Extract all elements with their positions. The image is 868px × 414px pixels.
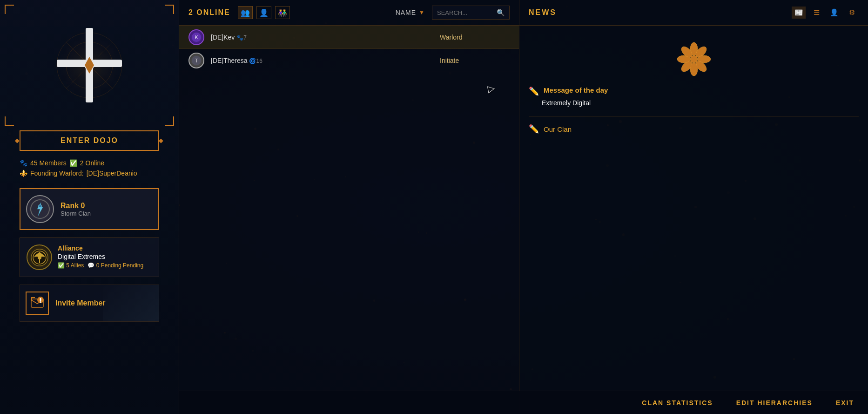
invite-label: Invite Member: [55, 299, 106, 307]
invite-icon-box: [26, 292, 49, 315]
kev-level-icon: 🐾7: [236, 34, 247, 41]
svg-text:K: K: [195, 35, 198, 40]
filter-group-btn[interactable]: 👥: [238, 6, 253, 19]
news-logo-svg: [675, 40, 713, 77]
alliance-stats: ✅ 5 Allies 💬 0 Pending Pending: [58, 262, 152, 269]
search-icon[interactable]: 🔍: [497, 9, 505, 16]
filter-person-btn[interactable]: 👤: [256, 6, 271, 19]
check-icon: ✅: [58, 262, 65, 269]
members-stat: 🐾 45 Members ✅ 2 Online: [20, 159, 159, 167]
allies-count: ✅ 5 Allies: [58, 262, 84, 269]
news-divider: [529, 116, 859, 116]
news-settings-btn[interactable]: ⚙: [845, 7, 859, 19]
our-clan-row: ✏️ Our Clan: [529, 124, 859, 134]
member-row[interactable]: T [DE]Theresa 🌀16 Initiate: [179, 49, 519, 72]
our-clan-edit-icon[interactable]: ✏️: [529, 124, 539, 134]
rank-card: Rank 0 Storm Clan: [20, 188, 159, 230]
online-count: 2 ONLINE: [188, 8, 230, 17]
alliance-emblem: [27, 244, 52, 270]
alliance-emblem-svg: [30, 248, 49, 267]
pending-count: 💬 0 Pending Pending: [87, 262, 143, 269]
rank-emblem: [26, 195, 54, 223]
motd-text: Extremely Digital: [542, 99, 859, 107]
founding-warlord-label: Founding Warlord:: [30, 170, 84, 177]
members-list: K [DE]Kev 🐾7 Warlord T [DE]Theresa 🌀16 I…: [179, 26, 519, 72]
chat-icon: 💬: [87, 262, 94, 269]
member-rank-theresa: Initiate: [440, 57, 510, 64]
member-name-kev: [DE]Kev 🐾7: [211, 34, 433, 41]
corner-tl: [5, 5, 14, 14]
news-title: NEWS: [529, 8, 557, 17]
online-header: 2 ONLINE 👥 👤 👫 NAME ▼ 🔍: [179, 0, 519, 26]
alliance-label: Alliance: [58, 244, 152, 252]
motd-section: ✏️ Message of the day Extremely Digital: [529, 86, 859, 107]
clan-statistics-button[interactable]: CLAN STATISTICS: [642, 399, 713, 407]
member-row[interactable]: K [DE]Kev 🐾7 Warlord: [179, 26, 519, 49]
filter-people-btn[interactable]: 👫: [275, 6, 290, 19]
alliance-name: Digital Extremes: [58, 253, 152, 260]
news-filter-icons: 📰 ☰ 👤 ⚙: [792, 7, 859, 19]
motd-title: Message of the day: [544, 86, 608, 94]
center-panel: 2 ONLINE 👥 👤 👫 NAME ▼ 🔍 K [DE]Kev �: [179, 0, 519, 414]
online-count: 2 Online: [80, 159, 104, 167]
sort-arrow-icon: ▼: [419, 9, 424, 16]
our-clan-label: Our Clan: [544, 125, 572, 133]
theresa-level-icon: 🌀16: [249, 58, 262, 64]
member-avatar-kev: K: [188, 29, 204, 45]
svg-point-16: [40, 206, 40, 207]
svg-point-23: [40, 301, 41, 303]
clan-logo: [43, 19, 136, 112]
right-panel: NEWS 📰 ☰ 👤 ⚙: [519, 0, 868, 414]
exit-button[interactable]: EXIT: [836, 399, 854, 407]
invite-member-card[interactable]: Invite Member: [20, 285, 159, 322]
corner-bl: [5, 116, 14, 126]
news-list-btn[interactable]: ☰: [809, 7, 823, 19]
svg-rect-25: [31, 297, 32, 301]
news-clan-logo: [675, 40, 713, 77]
news-page-btn[interactable]: 📰: [792, 7, 806, 19]
name-sort[interactable]: NAME ▼: [396, 9, 424, 16]
news-content: ✏️ Message of the day Extremely Digital …: [519, 26, 868, 143]
sort-label: NAME: [396, 9, 416, 16]
members-count: 45 Members: [30, 159, 67, 167]
motd-edit-icon[interactable]: ✏️: [529, 86, 539, 96]
rank-info: Rank 0 Storm Clan: [61, 202, 91, 217]
motd-row: ✏️ Message of the day: [529, 86, 859, 96]
invite-icon-svg: [30, 296, 44, 310]
bottom-bar: CLAN STATISTICS EDIT HIERARCHIES EXIT: [179, 391, 868, 414]
warlord-icon: ⚜️: [20, 170, 27, 177]
search-box: 🔍: [432, 6, 510, 20]
warlord-stat: ⚜️ Founding Warlord: [DE]SuperDeanio: [20, 170, 159, 177]
rank-title: Rank 0: [61, 202, 91, 210]
alliance-info: Alliance Digital Extremes ✅ 5 Allies 💬 0…: [58, 244, 152, 269]
enter-dojo-button[interactable]: ENTER DOJO: [20, 130, 159, 151]
rank-subtitle: Storm Clan: [61, 210, 91, 217]
filter-icons: 👥 👤 👫: [238, 6, 290, 19]
clan-logo-area: [0, 0, 179, 130]
news-header: NEWS 📰 ☰ 👤 ⚙: [519, 0, 868, 26]
member-avatar-theresa: T: [188, 53, 204, 68]
corner-tr: [165, 5, 174, 14]
rank-emblem-svg: [30, 199, 50, 219]
clan-stats: 🐾 45 Members ✅ 2 Online ⚜️ Founding Warl…: [20, 159, 159, 180]
left-panel: ENTER DOJO 🐾 45 Members ✅ 2 Online ⚜️ Fo…: [0, 0, 179, 414]
invite-card-bg: [103, 285, 159, 322]
corner-br: [165, 116, 174, 126]
search-input[interactable]: [437, 9, 493, 16]
alliance-card: Alliance Digital Extremes ✅ 5 Allies 💬 0…: [20, 238, 159, 277]
member-rank-kev: Warlord: [440, 34, 510, 41]
founding-warlord-name: [DE]SuperDeanio: [87, 170, 137, 177]
svg-rect-22: [40, 298, 41, 301]
kev-avatar-icon: K: [191, 32, 202, 43]
online-check-icon: ✅: [69, 159, 77, 167]
member-name-theresa: [DE]Theresa 🌀16: [211, 57, 433, 64]
enter-dojo-label: ENTER DOJO: [61, 136, 118, 144]
members-icon: 🐾: [20, 159, 27, 167]
news-person-btn[interactable]: 👤: [827, 7, 841, 19]
edit-hierarchies-button[interactable]: EDIT HIERARCHIES: [736, 399, 813, 407]
theresa-avatar-icon: T: [191, 55, 202, 66]
svg-text:T: T: [195, 58, 198, 63]
